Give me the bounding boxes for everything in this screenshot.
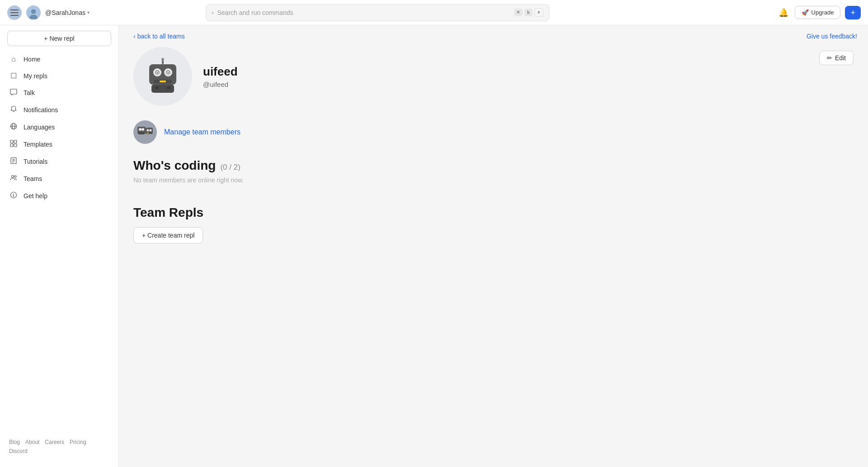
sidebar-item-talk-label: Talk	[24, 89, 35, 96]
svg-rect-8	[10, 144, 13, 147]
tutorials-icon	[9, 157, 18, 166]
sidebar-item-talk[interactable]: Talk	[4, 85, 115, 101]
upgrade-label: Upgrade	[811, 9, 834, 16]
whos-coding-title: Who's coding (0 / 2)	[133, 158, 854, 173]
footer-about[interactable]: About	[25, 439, 39, 445]
svg-rect-9	[14, 144, 17, 147]
svg-point-14	[12, 176, 14, 178]
sidebar-item-templates-label: Templates	[24, 141, 52, 148]
team-profile: uifeed @uifeed ✏ Edit	[133, 47, 854, 106]
feedback-link[interactable]: Give us feedback!	[807, 33, 857, 40]
notifications-icon	[9, 105, 18, 114]
svg-point-37	[147, 129, 149, 132]
upgrade-button[interactable]: 🚀 Upgrade	[795, 6, 841, 19]
sidebar-item-tutorials[interactable]: Tutorials	[4, 153, 115, 170]
sidebar-item-notifications-label: Notifications	[24, 106, 58, 114]
svg-point-24	[168, 72, 169, 73]
topbar-left: @SarahJonas ▾	[7, 5, 90, 20]
username-label: @SarahJonas	[45, 9, 85, 16]
search-shortcuts: ⌘ k ▾	[514, 8, 543, 17]
topbar-right: 🔔 🚀 Upgrade +	[777, 6, 861, 19]
sidebar-item-teams-label: Teams	[24, 175, 42, 182]
team-avatar	[133, 47, 192, 106]
repls-icon: ☐	[9, 71, 18, 80]
sidebar-item-notifications[interactable]: Notifications	[4, 102, 115, 118]
create-team-repl-button[interactable]: + Create team repl	[133, 227, 203, 243]
talk-icon	[9, 88, 18, 97]
main-content: ‹ back to all teams Give us feedback!	[119, 25, 868, 467]
user-avatar[interactable]	[26, 5, 41, 20]
svg-point-33	[139, 128, 142, 131]
username-chevron: ▾	[87, 10, 90, 15]
svg-point-22	[157, 72, 158, 73]
content-area: uifeed @uifeed ✏ Edit	[119, 47, 868, 262]
sidebar-item-languages-label: Languages	[24, 124, 55, 131]
sidebar-item-tutorials-label: Tutorials	[24, 158, 47, 165]
svg-rect-29	[151, 85, 174, 93]
search-bar[interactable]: › Search and run commands ⌘ k ▾	[206, 4, 549, 21]
footer-discord[interactable]: Discord	[9, 448, 28, 454]
sidebar-item-my-repls-label: My repls	[24, 72, 47, 80]
search-chevron-icon: ›	[212, 9, 213, 16]
whos-coding-section: Who's coding (0 / 2) No team members are…	[133, 158, 854, 184]
svg-point-1	[31, 9, 36, 14]
edit-team-button[interactable]: ✏ Edit	[819, 51, 854, 65]
edit-pencil-icon: ✏	[827, 54, 832, 62]
home-icon: ⌂	[9, 55, 18, 63]
sidebar-item-get-help[interactable]: ℹ Get help	[4, 188, 115, 204]
svg-rect-31	[167, 86, 170, 89]
new-repl-sidebar-button[interactable]: + New repl	[7, 31, 111, 46]
sidebar-footer: Blog About Careers Pricing Discord	[0, 432, 118, 462]
team-handle: @uifeed	[203, 81, 808, 88]
svg-rect-35	[138, 132, 145, 134]
team-repls-title: Team Repls	[133, 205, 854, 220]
svg-rect-6	[10, 140, 13, 143]
members-avatar	[133, 120, 157, 144]
svg-rect-26	[160, 81, 166, 82]
username-button[interactable]: @SarahJonas ▾	[45, 9, 90, 16]
sidebar-item-my-repls[interactable]: ☐ My repls	[4, 68, 115, 84]
sidebar-nav: ⌂ Home ☐ My repls Talk	[0, 52, 118, 204]
team-repls-section: Team Repls + Create team repl	[133, 205, 854, 243]
menu-button[interactable]	[7, 5, 22, 20]
coding-count: (0 / 2)	[220, 163, 240, 172]
upgrade-icon: 🚀	[802, 9, 809, 16]
footer-careers[interactable]: Careers	[45, 439, 64, 445]
teams-icon	[9, 174, 18, 183]
get-help-icon: ℹ	[9, 191, 18, 200]
svg-rect-7	[14, 140, 17, 143]
sidebar-item-home[interactable]: ⌂ Home	[4, 52, 115, 67]
expand-btn[interactable]: ▾	[534, 8, 543, 17]
back-link-label: back to all teams	[137, 33, 185, 40]
sidebar-item-languages[interactable]: Languages	[4, 119, 115, 135]
svg-rect-40	[147, 133, 149, 133]
sidebar: + New repl ⌂ Home ☐ My repls Talk	[0, 25, 119, 467]
svg-rect-30	[155, 86, 159, 89]
whos-coding-label: Who's coding	[133, 158, 216, 173]
sidebar-item-templates[interactable]: Templates	[4, 136, 115, 152]
hamburger-icon	[10, 10, 19, 16]
team-avatar-image	[142, 56, 183, 97]
notifications-bell-button[interactable]: 🔔	[777, 6, 790, 19]
members-avatar-image	[136, 123, 154, 141]
team-info: uifeed @uifeed	[203, 65, 808, 88]
sidebar-item-teams[interactable]: Teams	[4, 171, 115, 187]
svg-point-34	[142, 128, 144, 131]
footer-blog[interactable]: Blog	[9, 439, 20, 445]
new-repl-topbar-button[interactable]: +	[845, 6, 861, 19]
main-layout: + New repl ⌂ Home ☐ My repls Talk	[0, 25, 868, 467]
no-online-members-text: No team members are online right now.	[133, 176, 854, 184]
footer-links: Blog About Careers Pricing Discord	[4, 435, 115, 458]
manage-members-section: Manage team members	[133, 120, 854, 144]
languages-icon	[9, 123, 18, 132]
templates-icon	[9, 140, 18, 149]
manage-team-members-link[interactable]: Manage team members	[164, 128, 241, 136]
back-to-teams-link[interactable]: ‹ back to all teams	[119, 25, 199, 47]
svg-text:ℹ: ℹ	[13, 193, 14, 198]
search-placeholder: Search and run commands	[217, 9, 510, 16]
footer-pricing[interactable]: Pricing	[70, 439, 86, 445]
svg-point-15	[14, 176, 16, 177]
svg-point-28	[161, 58, 164, 61]
team-name: uifeed	[203, 65, 808, 79]
topbar: @SarahJonas ▾ › Search and run commands …	[0, 0, 868, 25]
